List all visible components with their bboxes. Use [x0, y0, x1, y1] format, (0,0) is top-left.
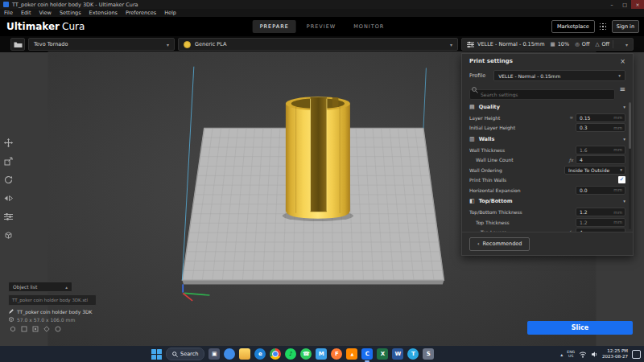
object-tool-icon[interactable]	[31, 324, 39, 333]
category-quality[interactable]: ▤ Quality ▾	[469, 101, 625, 113]
telegram-icon[interactable]: T	[407, 348, 419, 360]
cube-icon	[8, 316, 14, 323]
wall-ordering-dropdown[interactable]: Inside To Outside ▾	[564, 166, 625, 175]
recommended-mode-button[interactable]: ‹ Recommended	[469, 237, 530, 251]
top-bottom-thickness-input[interactable]: 1.2 mm	[576, 208, 625, 216]
word-icon[interactable]: W	[392, 348, 403, 360]
edge-icon[interactable]: e	[254, 348, 266, 360]
app-header: UltimakerCura PREPARE PREVIEW MONITOR Ma…	[0, 17, 644, 36]
marketplace-button[interactable]: Marketplace	[551, 20, 595, 33]
chevron-down-icon: ▾	[618, 73, 621, 78]
sign-in-button[interactable]: Sign in	[612, 20, 639, 33]
mail-icon[interactable]: M	[316, 348, 327, 360]
object-tools	[8, 324, 62, 333]
menu-help[interactable]: Help	[160, 10, 180, 16]
hidden-icons-caret[interactable]: ▴	[560, 352, 563, 357]
whatsapp-icon[interactable]: ☎	[300, 348, 312, 360]
top-thickness-input[interactable]: 1.2 mm	[576, 218, 625, 227]
cura-app-icon	[3, 2, 9, 7]
chevron-down-icon: ▾	[623, 105, 625, 109]
cura-taskbar-icon[interactable]: C	[361, 348, 373, 360]
material-name: Generic PLA	[195, 41, 226, 47]
layer-height-input[interactable]: 0.15 mm	[576, 113, 625, 122]
clock[interactable]: 12:25 PM 2023-08-27	[602, 348, 628, 360]
category-walls[interactable]: ▥ Walls ▾	[469, 133, 625, 145]
per-model-settings-button[interactable]	[2, 211, 14, 222]
tab-prepare[interactable]: PREPARE	[253, 20, 296, 33]
setting-row: Initial Layer Height 0.3 mm	[469, 123, 625, 134]
formula-icon: ƒx	[569, 158, 573, 162]
horizontal-expansion-input[interactable]: 0.0 mm	[576, 186, 625, 195]
menu-view[interactable]: View	[35, 10, 55, 16]
system-tray: ▴ ENG US 12:25 PM 2023-08-27	[560, 346, 641, 362]
profile-dropdown[interactable]: VELLE - Normal - 0.15mm ▾	[493, 70, 625, 81]
initial-layer-height-input[interactable]: 0.3 mm	[576, 123, 625, 132]
vlc-icon[interactable]: ▲	[346, 348, 357, 360]
file-explorer-icon[interactable]	[239, 348, 250, 360]
tab-preview[interactable]: PREVIEW	[299, 20, 343, 33]
object-tool-icon[interactable]	[53, 324, 62, 333]
volume-icon[interactable]	[591, 351, 598, 358]
maximize-button[interactable]: □	[618, 0, 631, 9]
taskbar-search[interactable]: Search	[166, 348, 204, 360]
object-list-item[interactable]: TT_poker coin holder body 3DK.stl	[8, 294, 97, 306]
printer-selector[interactable]: Tevo Tornado ▾	[28, 38, 175, 51]
print-setup-selector[interactable]: VELLE - Normal - 0.15mm ▦ 10% ◎ Off △ Of…	[461, 38, 634, 51]
rotate-tool-button[interactable]	[2, 174, 14, 185]
category-top-bottom[interactable]: ◧ Top/Bottom ▾	[469, 195, 625, 208]
check-icon: ✓	[620, 177, 625, 183]
windows-taskbar: Search ▣ e ♪ ☎ M F ▲ C X W T S ▴ ENG	[0, 346, 644, 362]
menu-file[interactable]: File	[0, 10, 17, 16]
menu-extensions[interactable]: Extensions	[85, 10, 122, 16]
menu-preferences[interactable]: Preferences	[122, 10, 160, 16]
firefox-icon[interactable]: F	[331, 348, 342, 360]
print-thin-walls-checkbox[interactable]: ✓	[618, 176, 625, 183]
window-title: TT_poker coin holder body 3DK - Ultimake…	[12, 2, 138, 8]
object-tool-icon[interactable]	[8, 324, 17, 333]
task-view-icon[interactable]: ▣	[208, 348, 220, 360]
wall-line-count-input[interactable]: 4	[576, 155, 625, 164]
language-indicator[interactable]: ENG US	[567, 350, 575, 359]
support-icon: △	[595, 41, 599, 47]
brand-logo: UltimakerCura	[6, 21, 85, 32]
wifi-icon[interactable]	[579, 351, 587, 358]
widgets-icon[interactable]	[224, 348, 235, 360]
open-file-button[interactable]	[10, 38, 25, 51]
mirror-tool-button[interactable]	[2, 192, 14, 204]
tab-monitor[interactable]: MONITOR	[346, 20, 391, 33]
menu-edit[interactable]: Edit	[17, 10, 35, 16]
menubar: File Edit View Settings Extensions Prefe…	[0, 9, 644, 17]
material-selector[interactable]: Generic PLA ▾	[178, 38, 458, 51]
model-coin-holder[interactable]	[283, 97, 354, 221]
spotify-icon[interactable]: ♪	[285, 348, 296, 360]
top-bottom-icon: ◧	[469, 198, 475, 204]
setup-profile-summary: VELLE - Normal - 0.15mm	[477, 41, 545, 47]
setting-row: Top Thickness 1.2 mm	[469, 217, 625, 228]
setting-row: Layer Height ∞ 0.15 mm	[469, 113, 625, 123]
folder-icon	[14, 41, 23, 48]
cura-window: TT_poker coin holder body 3DK - Ultimake…	[0, 0, 644, 362]
close-button[interactable]: ×	[631, 0, 644, 9]
setting-row: Wall Line Count ƒx 4	[469, 155, 625, 166]
excel-icon[interactable]: X	[377, 348, 388, 360]
apps-grid-icon[interactable]	[600, 23, 607, 31]
object-list-toggle[interactable]: Object list ▴	[8, 282, 72, 292]
chrome-icon[interactable]	[270, 348, 281, 360]
minimize-button[interactable]: –	[605, 0, 618, 9]
support-blocker-button[interactable]	[2, 229, 14, 241]
wall-thickness-input[interactable]: 1.6 mm	[576, 146, 625, 154]
start-button[interactable]	[151, 349, 162, 360]
slice-button[interactable]: Slice	[527, 321, 633, 335]
object-tool-icon[interactable]	[42, 324, 51, 333]
settings-menu-icon[interactable]: ≡	[619, 86, 625, 93]
scale-tool-button[interactable]	[2, 155, 14, 167]
edit-pencil-icon[interactable]	[8, 308, 14, 315]
close-icon[interactable]: ×	[620, 58, 625, 65]
menu-settings[interactable]: Settings	[56, 10, 85, 16]
move-tool-button[interactable]	[2, 137, 14, 148]
notifications-icon[interactable]	[632, 350, 641, 359]
settings-scrollbar[interactable]	[629, 102, 631, 229]
settings-app-icon[interactable]: S	[423, 348, 434, 360]
object-tool-icon[interactable]	[19, 324, 28, 333]
profile-label: Profile	[469, 72, 485, 79]
